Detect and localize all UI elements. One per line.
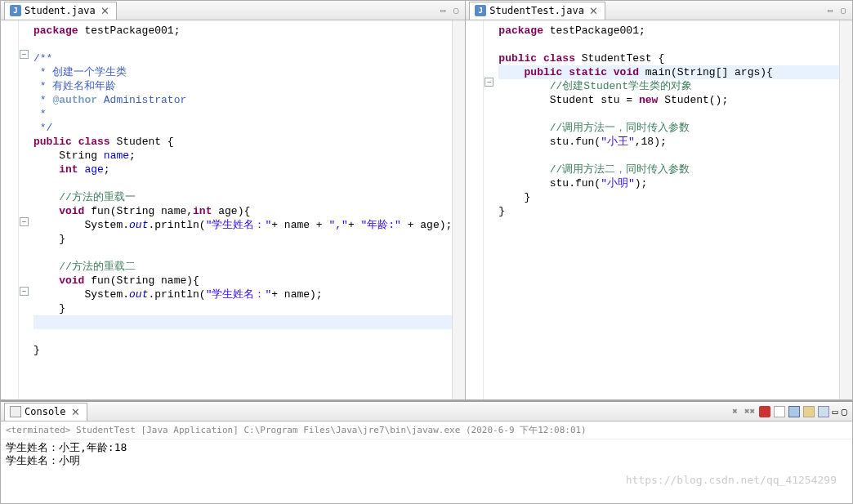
- tab-label: Student.java: [25, 5, 96, 16]
- remove-launch-icon[interactable]: ✖: [730, 406, 741, 417]
- editor-left: Student.java ✕ ▭ ▢ − − − package testPac…: [0, 0, 465, 400]
- watermark-text: https://blog.csdn.net/qq_41254299: [626, 474, 837, 486]
- minimize-icon[interactable]: ▭: [437, 5, 449, 16]
- java-file-icon: [475, 5, 486, 16]
- workspace: Student.java ✕ ▭ ▢ − − − package testPac…: [0, 0, 853, 504]
- fold-toggle-icon[interactable]: −: [20, 217, 29, 226]
- scroll-lock-icon[interactable]: [788, 406, 800, 417]
- highlighted-line: public static void main(String[] args){: [498, 65, 839, 79]
- scrollbar-right[interactable]: [839, 20, 852, 399]
- editor-body-right: − package testPackage001; public class S…: [466, 20, 852, 399]
- scrollbar-left[interactable]: [452, 20, 465, 399]
- close-tab-icon[interactable]: ✕: [587, 5, 600, 17]
- minimize-icon[interactable]: ▭: [833, 406, 838, 417]
- clear-console-icon[interactable]: [774, 406, 785, 417]
- java-file-icon: [10, 5, 21, 16]
- close-tab-icon[interactable]: ✕: [69, 406, 82, 418]
- console-tab[interactable]: Console ✕: [4, 403, 87, 421]
- cursor-line: [33, 315, 452, 329]
- pin-console-icon[interactable]: [803, 406, 815, 417]
- tab-bar-left: Student.java ✕ ▭ ▢: [1, 1, 465, 20]
- close-tab-icon[interactable]: ✕: [99, 5, 111, 17]
- tab-controls-left: ▭ ▢: [437, 5, 462, 16]
- console-tab-label: Console: [25, 406, 66, 417]
- gutter-right: [466, 20, 484, 399]
- tab-studenttest-java[interactable]: StudentTest.java ✕: [469, 2, 605, 20]
- console-icon: [10, 406, 21, 417]
- code-right[interactable]: package testPackage001; public class Stu…: [495, 20, 839, 399]
- console-tab-bar: Console ✕ ✖ ✖✖ ▭ ▢: [1, 402, 852, 421]
- tab-controls-right: ▭ ▢: [824, 5, 849, 16]
- maximize-icon[interactable]: ▢: [837, 5, 849, 16]
- tab-bar-right: StudentTest.java ✕ ▭ ▢: [466, 1, 852, 20]
- console-output[interactable]: 学生姓名：小王,年龄:18 学生姓名：小明: [1, 439, 852, 469]
- editors-area: Student.java ✕ ▭ ▢ − − − package testPac…: [0, 0, 853, 400]
- remove-all-icon[interactable]: ✖✖: [744, 406, 756, 417]
- console-line: 学生姓名：小王,年龄:18: [6, 441, 847, 454]
- tab-label: StudentTest.java: [489, 5, 584, 16]
- display-selected-icon[interactable]: [818, 406, 829, 417]
- editor-right: StudentTest.java ✕ ▭ ▢ − package testPac…: [465, 0, 853, 400]
- minimize-icon[interactable]: ▭: [824, 5, 836, 16]
- tab-student-java[interactable]: Student.java ✕: [4, 2, 117, 20]
- editor-body-left: − − − package testPackage001; /** * 创建一个…: [1, 20, 465, 399]
- maximize-icon[interactable]: ▢: [450, 5, 462, 16]
- gutter-left: [1, 20, 19, 399]
- fold-marks-right: −: [484, 20, 495, 399]
- code-left[interactable]: package testPackage001; /** * 创建一个学生类 * …: [30, 20, 452, 399]
- fold-marks-left: − − −: [19, 20, 30, 399]
- terminate-icon[interactable]: [759, 406, 770, 417]
- fold-toggle-icon[interactable]: −: [20, 287, 29, 296]
- console-launch-info: <terminated> StudentTest [Java Applicati…: [1, 421, 852, 439]
- fold-toggle-icon[interactable]: −: [485, 78, 493, 87]
- maximize-icon[interactable]: ▢: [842, 406, 847, 417]
- console-line: 学生姓名：小明: [6, 454, 847, 467]
- fold-toggle-icon[interactable]: −: [20, 50, 29, 59]
- console-panel: Console ✕ ✖ ✖✖ ▭ ▢ <terminated> StudentT…: [0, 400, 853, 504]
- console-toolbar: ✖ ✖✖ ▭ ▢: [730, 406, 847, 417]
